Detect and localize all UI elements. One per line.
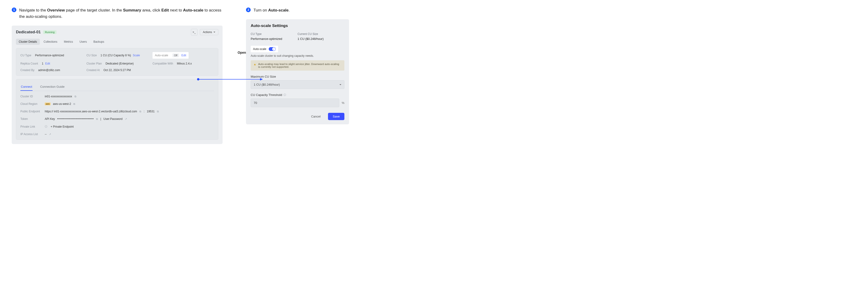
actions-button[interactable]: Actions: [200, 29, 218, 35]
external-link-icon[interactable]: ↗: [49, 133, 51, 136]
aws-badge-icon: aws: [45, 103, 51, 105]
created-by-value: admin@zilliz.com: [38, 68, 60, 72]
token-userpw: User:Password: [103, 117, 123, 120]
region-label: Cloud Region: [20, 102, 41, 106]
terminal-icon[interactable]: >_: [191, 29, 197, 35]
replica-value: 1: [42, 62, 43, 65]
region-value: aws-us-west-2: [53, 102, 71, 106]
auto-scale-help-text: Auto-scale cluster to suit changing capa…: [251, 54, 344, 57]
max-cu-value: 1 CU ($0.248/hour): [254, 83, 280, 86]
tab-collections[interactable]: Collections: [41, 39, 60, 45]
auto-scale-settings-panel: Auto-scale Settings CU Type Performance-…: [246, 19, 349, 124]
step-2-text: Turn on Auto-scale.: [253, 7, 289, 13]
private-link-label: Private Link: [20, 125, 41, 128]
cu-type-value: Performance-optimized: [35, 54, 64, 57]
tab-users[interactable]: Users: [76, 39, 90, 45]
tab-cluster-details[interactable]: Cluster Details: [16, 39, 40, 45]
percent-label: %: [342, 101, 344, 105]
auto-scale-edit-link[interactable]: Edit: [181, 54, 186, 57]
svg-marker-2: [260, 78, 263, 80]
subtab-connect[interactable]: Connect: [20, 83, 33, 91]
open-annotation: Open: [238, 51, 246, 54]
settings-cur-size-label: Current CU Size: [298, 32, 344, 36]
endpoint-value: https:// in01-xxxxxxxxxxxxxxx.aws-us-wes…: [45, 110, 137, 113]
step-2-badge: 2: [246, 7, 251, 12]
subtab-connection-guide[interactable]: Connection Guide: [40, 83, 65, 91]
warning-icon: ▲: [253, 63, 256, 66]
endpoint-label: Public Endpoint: [20, 110, 41, 113]
plan-label: Cluster Plan: [87, 62, 102, 65]
endpoint-port: 19531: [147, 110, 154, 113]
threshold-value: 70: [254, 101, 257, 105]
token-type: API Key: [45, 117, 55, 120]
compat-value: Milvus 2.4.x: [177, 62, 192, 65]
compat-label: Compatible With: [153, 62, 173, 65]
copy-icon[interactable]: ⧉: [74, 95, 76, 98]
settings-cur-size-value: 1 CU ($0.248/hour): [298, 37, 344, 40]
ip-access-label: IP Access List: [20, 133, 41, 136]
settings-cu-type-value: Performance-optimized: [251, 37, 298, 40]
external-link-icon[interactable]: ↗: [125, 117, 127, 120]
auto-scale-toggle-label: Auto-scale: [253, 47, 267, 51]
threshold-label: CU Capacity Threshold: [251, 93, 282, 96]
endpoint-port-sep: :: [144, 110, 144, 113]
ip-access-value: --: [45, 133, 46, 136]
info-icon[interactable]: ⓘ: [45, 125, 47, 128]
info-icon[interactable]: ⓘ: [283, 93, 286, 96]
max-cu-label: Maximum CU Size: [251, 75, 344, 78]
cancel-button[interactable]: Cancel: [306, 113, 325, 120]
scale-link[interactable]: Scale: [133, 54, 140, 57]
cluster-id-value: in01-xxxxxxxxxxxxxxx: [45, 95, 72, 98]
cluster-id-label: Cluster ID: [20, 95, 41, 98]
warning-text: Auto-scaling may lead to slight service …: [258, 63, 342, 68]
copy-icon[interactable]: ⧉: [73, 103, 75, 106]
replica-label: Replica Count: [20, 62, 38, 65]
add-private-endpoint-button[interactable]: + Private Endpoint: [51, 125, 73, 128]
cluster-name: Dedicated-01: [16, 30, 41, 34]
actions-label: Actions: [203, 30, 212, 34]
status-badge: Running: [43, 30, 57, 34]
settings-cu-type-label: CU Type: [251, 32, 298, 36]
chevron-down-icon: [339, 83, 341, 86]
threshold-input[interactable]: 70: [251, 99, 339, 107]
settings-title: Auto-scale Settings: [251, 24, 344, 28]
step-1-badge: 1: [12, 7, 17, 12]
step-1-text: Navigate to the Overview page of the tar…: [19, 7, 223, 20]
max-cu-select[interactable]: 1 CU ($0.248/hour): [251, 80, 344, 89]
auto-scale-value: Off: [173, 54, 179, 57]
created-at-label: Created At: [87, 68, 100, 72]
token-sep: |: [100, 117, 101, 120]
cu-size-value: 1 CU (CU Capacity 8 %): [100, 54, 131, 57]
auto-scale-toggle[interactable]: [269, 47, 276, 51]
chevron-down-icon: [213, 30, 215, 34]
arrow-icon: [197, 77, 265, 82]
created-by-label: Created By: [20, 68, 34, 72]
svg-point-0: [197, 78, 199, 80]
tab-backups[interactable]: Backups: [91, 39, 107, 45]
auto-scale-label: Auto-scale: [155, 54, 168, 57]
cu-type-label: CU Type: [20, 54, 31, 57]
copy-icon[interactable]: ⧉: [140, 110, 141, 113]
replica-edit-link[interactable]: Edit: [45, 62, 50, 65]
plan-value: Dedicated (Enterprise): [105, 62, 133, 65]
created-at-value: Oct 22, 2024 5:27 PM: [103, 68, 131, 72]
token-label: Token: [20, 117, 41, 120]
save-button[interactable]: Save: [328, 113, 344, 120]
token-mask: ••••••••••••••••••••••••••••••: [57, 117, 94, 120]
cluster-overview-panel: Dedicated-01 Running >_ Actions Cluster …: [12, 26, 223, 144]
cu-size-label: CU Size: [87, 54, 97, 57]
copy-icon[interactable]: ⧉: [157, 110, 159, 113]
copy-icon[interactable]: ⧉: [96, 117, 98, 120]
tab-metrics[interactable]: Metrics: [61, 39, 76, 45]
